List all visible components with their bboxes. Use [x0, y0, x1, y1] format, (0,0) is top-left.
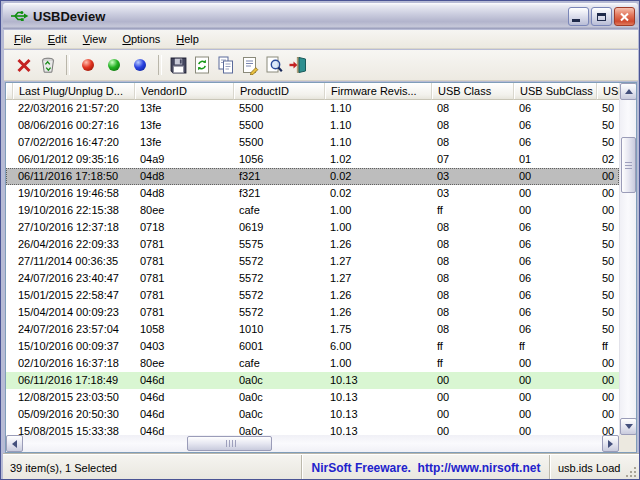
cell-usb_subclass: 00 — [513, 372, 596, 389]
table-row[interactable]: 27/10/2016 12:37:18071806191.00080650 — [6, 219, 619, 236]
blue-ball-icon[interactable] — [131, 59, 149, 71]
cell-date: 27/11/2014 00:36:35 — [12, 253, 134, 270]
cell-vendor: 0403 — [134, 338, 233, 355]
red-ball-icon[interactable] — [79, 59, 97, 71]
scroll-up-button[interactable] — [620, 83, 637, 100]
cell-usb_class: 08 — [431, 321, 513, 338]
refresh-icon[interactable] — [191, 53, 213, 77]
table-row[interactable]: 15/01/2015 22:58:47078155721.26080650 — [6, 287, 619, 304]
find-icon[interactable] — [263, 53, 285, 77]
column-header[interactable]: USB Class — [432, 83, 514, 100]
cell-date: 06/11/2016 17:18:49 — [12, 372, 134, 389]
column-header[interactable]: Last Plug/Unplug D... — [13, 83, 135, 100]
table-row[interactable]: 02/10/2016 16:37:1880eecafe1.00ff0000 — [6, 355, 619, 372]
minimize-button[interactable] — [568, 7, 589, 26]
cell-vendor: 046d — [134, 406, 233, 423]
cell-usb_protocol: 00 — [596, 389, 619, 406]
cell-usb_class: 08 — [431, 236, 513, 253]
resize-grip[interactable] — [634, 475, 636, 477]
menu-help[interactable]: Help — [168, 31, 207, 47]
cell-date: 19/10/2016 22:15:38 — [12, 202, 134, 219]
cell-usb_subclass: 00 — [513, 185, 596, 202]
cell-firmware: 10.13 — [324, 423, 431, 435]
menu-options[interactable]: Options — [114, 31, 168, 47]
cell-vendor: 0781 — [134, 270, 233, 287]
disconnect-device-icon[interactable] — [13, 53, 35, 77]
vertical-scroll-thumb[interactable] — [621, 137, 636, 193]
scroll-right-button[interactable] — [602, 435, 619, 452]
cell-usb_protocol: 50 — [596, 304, 619, 321]
scroll-left-button[interactable] — [6, 435, 23, 452]
table-row[interactable]: 24/07/2016 23:40:47078155721.27080650 — [6, 270, 619, 287]
cell-usb_subclass: 06 — [513, 321, 596, 338]
menu-file[interactable]: File — [6, 31, 40, 47]
table-row[interactable]: 15/04/2014 00:09:23078155721.26080650 — [6, 304, 619, 321]
horizontal-scrollbar[interactable] — [6, 435, 619, 452]
cell-product: 0619 — [233, 219, 324, 236]
cell-vendor: 046d — [134, 389, 233, 406]
device-rows: 22/03/2016 21:57:2013fe55001.1008065008/… — [6, 100, 619, 435]
cell-product: 6001 — [233, 338, 324, 355]
table-row[interactable]: 06/11/2016 17:18:5004d8f3210.02030000 — [6, 168, 619, 185]
cell-usb_protocol: 00 — [596, 185, 619, 202]
copy-icon[interactable] — [215, 53, 237, 77]
cell-product: cafe — [233, 202, 324, 219]
table-row[interactable]: 08/06/2016 00:27:1613fe55001.10080650 — [6, 117, 619, 134]
column-header[interactable]: ProductID — [234, 83, 325, 100]
menu-edit[interactable]: Edit — [40, 31, 75, 47]
cell-usb_subclass: 00 — [513, 423, 596, 435]
column-header[interactable]: Firmware Revis... — [325, 83, 432, 100]
status-nirsoft-panel[interactable]: NirSoft Freeware. http://www.nirsoft.net — [301, 455, 550, 480]
menu-bar: File Edit View Options Help — [4, 30, 638, 49]
cell-usb_subclass: 06 — [513, 287, 596, 304]
column-header[interactable]: VendorID — [135, 83, 234, 100]
column-header[interactable]: USB — [597, 83, 620, 100]
uninstall-device-icon[interactable] — [37, 53, 59, 77]
table-row[interactable]: 06/11/2016 17:18:49046d0a0c10.13000000 — [6, 372, 619, 389]
table-row[interactable]: 06/01/2012 09:35:1604a910561.02070102 — [6, 151, 619, 168]
cell-usb_class: 07 — [431, 151, 513, 168]
table-row[interactable]: 27/11/2014 00:36:35078155721.27080650 — [6, 253, 619, 270]
table-row[interactable]: 05/09/2016 20:50:30046d0a0c10.13000000 — [6, 406, 619, 423]
cell-usb_class: 00 — [431, 389, 513, 406]
nirsoft-link[interactable]: NirSoft Freeware. http://www.nirsoft.net — [312, 461, 541, 475]
table-row[interactable]: 12/08/2015 23:03:50046d0a0c10.13000000 — [6, 389, 619, 406]
close-button[interactable] — [614, 7, 635, 26]
cell-usb_subclass: 00 — [513, 355, 596, 372]
table-row[interactable]: 19/10/2016 19:46:5804d8f3210.02030000 — [6, 185, 619, 202]
cell-usb_protocol: 50 — [596, 287, 619, 304]
cell-vendor: 04d8 — [134, 168, 233, 185]
horizontal-scroll-thumb[interactable] — [187, 436, 272, 451]
cell-date: 27/10/2016 12:37:18 — [12, 219, 134, 236]
scroll-down-button[interactable] — [620, 418, 637, 435]
thumb-grip-icon — [229, 440, 230, 447]
table-row[interactable]: 15/10/2016 00:09:37040360016.00ffffff — [6, 338, 619, 355]
cell-usb_class: 08 — [431, 304, 513, 321]
cell-date: 07/02/2016 16:47:20 — [12, 134, 134, 151]
chevron-left-icon — [8, 440, 17, 448]
exit-icon[interactable] — [287, 53, 309, 77]
cell-date: 08/06/2016 00:27:16 — [12, 117, 134, 134]
cell-usb_protocol: 50 — [596, 219, 619, 236]
title-bar[interactable]: USBDeview — [3, 3, 638, 29]
save-icon[interactable] — [167, 53, 189, 77]
maximize-button[interactable] — [591, 7, 612, 26]
cell-usb_protocol: 50 — [596, 236, 619, 253]
cell-usb_class: ff — [431, 202, 513, 219]
green-ball-icon[interactable] — [105, 59, 123, 71]
vertical-scrollbar[interactable] — [619, 83, 636, 435]
table-row[interactable]: 24/07/2016 23:57:04105810101.75080650 — [6, 321, 619, 338]
table-row[interactable]: 07/02/2016 16:47:2013fe55001.10080650 — [6, 134, 619, 151]
column-header[interactable]: USB SubClass — [514, 83, 597, 100]
cell-usb_protocol: 00 — [596, 168, 619, 185]
properties-icon[interactable] — [239, 53, 261, 77]
table-row[interactable]: 26/04/2016 22:09:33078155751.26080650 — [6, 236, 619, 253]
cell-date: 26/04/2016 22:09:33 — [12, 236, 134, 253]
cell-usb_class: 00 — [431, 372, 513, 389]
cell-product: f321 — [233, 168, 324, 185]
menu-view[interactable]: View — [75, 31, 115, 47]
table-row[interactable]: 19/10/2016 22:15:3880eecafe1.00ff0000 — [6, 202, 619, 219]
table-row[interactable]: 22/03/2016 21:57:2013fe55001.10080650 — [6, 100, 619, 117]
cell-product: 5575 — [233, 236, 324, 253]
table-row[interactable]: 15/08/2015 15:33:38046d0a0c10.13000000 — [6, 423, 619, 435]
